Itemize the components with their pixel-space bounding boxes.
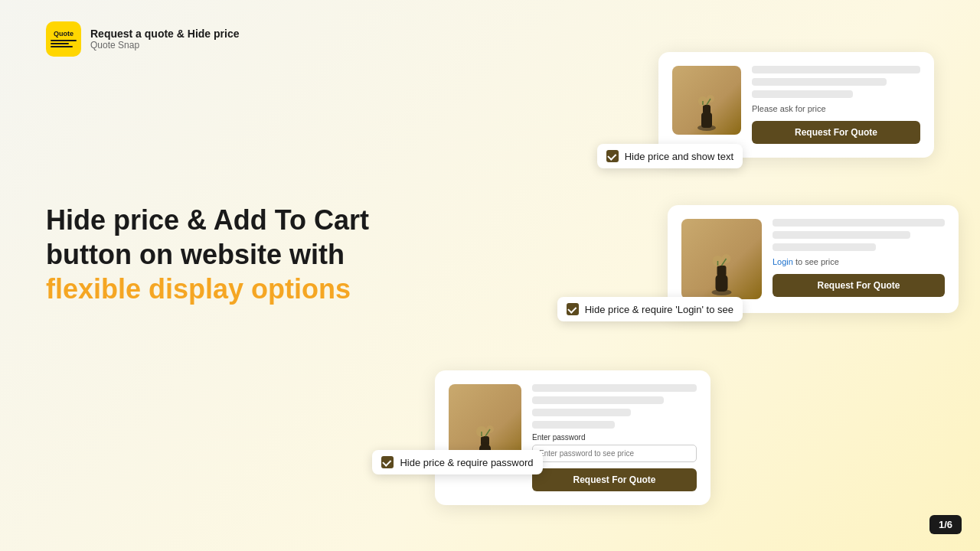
- card2-skeleton-2: [773, 231, 910, 239]
- tooltip1-checkbox[interactable]: [606, 150, 619, 162]
- card2-skeleton-3: [773, 243, 876, 251]
- svg-rect-1: [701, 112, 712, 128]
- card2-request-quote-button[interactable]: Request For Quote: [773, 274, 945, 297]
- card1-vase-icon: [688, 90, 726, 132]
- logo-text-top: Quote: [54, 31, 74, 37]
- card1-product-image: [672, 66, 741, 135]
- logo-lines: [51, 40, 77, 47]
- card3-skeleton-2: [532, 396, 664, 404]
- card1-request-quote-button[interactable]: Request For Quote: [752, 121, 920, 144]
- card2-login-link[interactable]: Login: [773, 257, 793, 266]
- logo-line-1: [51, 40, 77, 41]
- headline-part1: Hide price & Add To Cart button on websi…: [46, 204, 369, 270]
- card3-container: Enter password Request For Quote: [435, 370, 710, 505]
- logo-icon: Quote: [46, 21, 81, 57]
- tooltip3-checkbox[interactable]: [381, 456, 394, 468]
- card3-skeleton-4: [532, 421, 615, 429]
- svg-rect-9: [717, 266, 726, 276]
- header: Quote Request a quote & Hide price Quote…: [46, 21, 239, 57]
- main-headline: Hide price & Add To Cart button on websi…: [46, 203, 413, 306]
- tooltip2: Hide price & require 'Login' to see: [557, 297, 743, 321]
- card2-vase-icon: [701, 250, 743, 296]
- card1-please-ask-text: Please ask for price: [752, 104, 920, 113]
- card3-skeleton-1: [532, 384, 697, 392]
- tooltip2-checkbox[interactable]: [567, 303, 579, 315]
- card1-content: Please ask for price Request For Quote: [752, 66, 920, 144]
- card1-container: Please ask for price Request For Quote: [658, 52, 934, 158]
- card2-content: Login to see price Request For Quote: [773, 219, 945, 299]
- page-counter: 1/6: [929, 515, 962, 534]
- tooltip3: Hide price & require password: [372, 450, 542, 474]
- card2-login-suffix: to see price: [795, 257, 839, 266]
- tooltip1: Hide price and show text: [597, 144, 743, 168]
- logo-line-3: [51, 46, 73, 47]
- card2-product-image: [681, 219, 762, 299]
- card3-request-quote-button[interactable]: Request For Quote: [532, 468, 697, 491]
- card3-password-input[interactable]: [532, 445, 697, 462]
- tooltip1-label: Hide price and show text: [625, 151, 733, 162]
- card3-content: Enter password Request For Quote: [532, 384, 697, 491]
- logo-line-2: [51, 43, 69, 44]
- card1-skeleton-1: [752, 66, 920, 73]
- card1-skeleton-3: [752, 90, 853, 98]
- headline-highlight: flexible display options: [46, 273, 351, 305]
- svg-rect-8: [715, 275, 727, 292]
- tooltip3-label: Hide price & require password: [400, 457, 533, 468]
- card2-login-text: Login to see price: [773, 257, 945, 266]
- svg-rect-2: [703, 105, 710, 114]
- headline-text: Hide price & Add To Cart button on websi…: [46, 203, 413, 306]
- header-text: Request a quote & Hide price Quote Snap: [90, 28, 239, 51]
- card3-enter-pw-label: Enter password: [532, 433, 697, 442]
- card1-skeleton-2: [752, 78, 887, 86]
- tooltip2-label: Hide price & require 'Login' to see: [585, 304, 733, 315]
- header-title: Request a quote & Hide price: [90, 28, 239, 40]
- svg-rect-16: [481, 436, 489, 446]
- header-subtitle: Quote Snap: [90, 40, 239, 51]
- card3-skeleton-3: [532, 409, 631, 416]
- card2-skeleton-1: [773, 219, 945, 227]
